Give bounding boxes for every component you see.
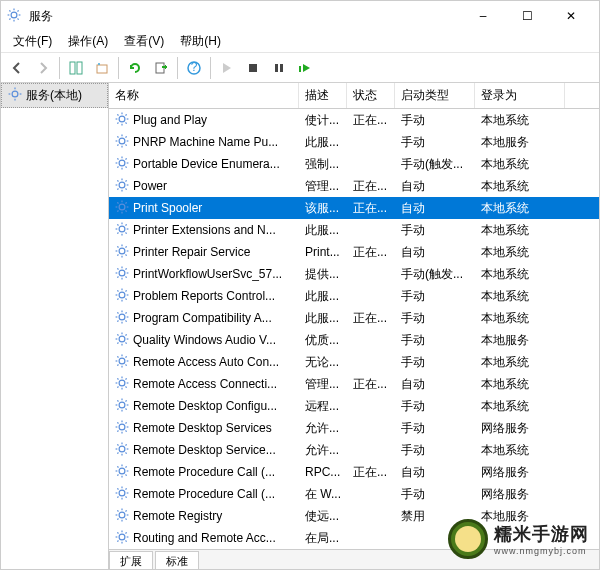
cell-name: Remote Access Connecti... <box>109 376 299 393</box>
svg-line-5 <box>9 10 10 11</box>
tab-extended[interactable]: 扩展 <box>109 551 153 571</box>
svg-line-175 <box>126 474 127 475</box>
toolbar-separator <box>59 57 60 79</box>
cell-desc: 此服... <box>299 134 347 151</box>
cell-logon: 本地系统 <box>475 310 565 327</box>
content-area: 服务(本地) 名称 描述 状态 启动类型 登录为 Plug and Play使计… <box>1 83 599 570</box>
svg-point-34 <box>119 138 125 144</box>
export-button[interactable] <box>90 56 114 80</box>
table-row[interactable]: Program Compatibility A...此服...正在...手动本地… <box>109 307 599 329</box>
svg-line-122 <box>117 342 118 343</box>
header-name[interactable]: 名称 <box>109 83 299 108</box>
table-row[interactable]: Power管理...正在...自动本地系统 <box>109 175 599 197</box>
cell-start: 手动 <box>395 288 475 305</box>
table-row[interactable]: Plug and Play使计...正在...手动本地系统 <box>109 109 599 131</box>
table-row[interactable]: Remote Desktop Services允许...手动网络服务 <box>109 417 599 439</box>
svg-rect-11 <box>97 65 107 73</box>
svg-line-174 <box>117 466 118 467</box>
table-row[interactable]: Printer Extensions and N...此服...手动本地系统 <box>109 219 599 241</box>
stop-service-button[interactable] <box>241 56 265 80</box>
cell-state: 正在... <box>347 112 395 129</box>
menu-help[interactable]: 帮助(H) <box>172 31 229 52</box>
table-row[interactable]: Portable Device Enumera...强制...手动(触发...本… <box>109 153 599 175</box>
grid-body[interactable]: Plug and Play使计...正在...手动本地系统PNRP Machin… <box>109 109 599 549</box>
forward-button[interactable] <box>31 56 55 80</box>
table-row[interactable]: Remote Registry使远...禁用本地服务 <box>109 505 599 527</box>
tree-item-services-local[interactable]: 服务(本地) <box>1 83 108 108</box>
menu-action[interactable]: 操作(A) <box>60 31 116 52</box>
svg-line-167 <box>117 452 118 453</box>
table-row[interactable]: Remote Procedure Call (...在 W...手动网络服务 <box>109 483 599 505</box>
gear-icon <box>115 354 129 371</box>
table-row[interactable]: Remote Procedure Call (...RPC...正在...自动网… <box>109 461 599 483</box>
tab-standard[interactable]: 标准 <box>155 551 199 571</box>
gear-icon <box>115 244 129 261</box>
start-service-button[interactable] <box>215 56 239 80</box>
table-row[interactable]: PNRP Machine Name Pu...此服...手动本地服务 <box>109 131 599 153</box>
show-hide-tree-button[interactable] <box>64 56 88 80</box>
cell-desc: 此服... <box>299 288 347 305</box>
table-row[interactable]: Routing and Remote Acc...在局... <box>109 527 599 549</box>
table-row[interactable]: PrintWorkflowUserSvc_57...提供...手动(触发...本… <box>109 263 599 285</box>
cell-logon: 本地系统 <box>475 178 565 195</box>
header-state[interactable]: 状态 <box>347 83 395 108</box>
svg-point-61 <box>119 204 125 210</box>
header-start[interactable]: 启动类型 <box>395 83 475 108</box>
svg-point-88 <box>119 270 125 276</box>
svg-line-30 <box>117 114 118 115</box>
cell-name: Power <box>109 178 299 195</box>
svg-line-204 <box>126 532 127 533</box>
table-row[interactable]: Remote Desktop Configu...远程...手动本地系统 <box>109 395 599 417</box>
header-logon[interactable]: 登录为 <box>475 83 565 108</box>
table-row[interactable]: Remote Access Auto Con...无论...手动本地系统 <box>109 351 599 373</box>
svg-line-140 <box>117 386 118 387</box>
svg-point-196 <box>119 534 125 540</box>
menu-view[interactable]: 查看(V) <box>116 31 172 52</box>
svg-text:?: ? <box>191 61 198 74</box>
restart-service-button[interactable] <box>293 56 317 80</box>
svg-point-0 <box>11 12 17 18</box>
table-row[interactable]: Print Spooler该服...正在...自动本地系统 <box>109 197 599 219</box>
toolbar-separator <box>177 57 178 79</box>
cell-desc: 允许... <box>299 442 347 459</box>
table-row[interactable]: Printer Repair ServicePrint...正在...自动本地系… <box>109 241 599 263</box>
maximize-button[interactable]: ☐ <box>505 1 549 31</box>
cell-desc: Print... <box>299 245 347 259</box>
table-row[interactable]: Quality Windows Audio V...优质...手动本地服务 <box>109 329 599 351</box>
svg-line-41 <box>117 144 118 145</box>
close-button[interactable]: ✕ <box>549 1 593 31</box>
back-button[interactable] <box>5 56 29 80</box>
svg-point-12 <box>98 63 100 65</box>
help-button[interactable]: ? <box>182 56 206 80</box>
svg-point-106 <box>119 314 125 320</box>
svg-line-86 <box>117 254 118 255</box>
svg-line-69 <box>126 202 127 203</box>
cell-desc: 强制... <box>299 156 347 173</box>
gear-icon <box>115 134 129 151</box>
export-list-button[interactable] <box>149 56 173 80</box>
svg-point-142 <box>119 402 125 408</box>
table-row[interactable]: Remote Desktop Service...允许...手动本地系统 <box>109 439 599 461</box>
table-row[interactable]: Problem Reports Control...此服...手动本地系统 <box>109 285 599 307</box>
svg-line-77 <box>117 232 118 233</box>
cell-state: 正在... <box>347 310 395 327</box>
svg-line-33 <box>126 114 127 115</box>
svg-line-75 <box>117 224 118 225</box>
svg-rect-17 <box>275 64 278 72</box>
svg-point-43 <box>119 160 125 166</box>
svg-line-113 <box>117 320 118 321</box>
svg-point-115 <box>119 336 125 342</box>
svg-rect-9 <box>70 62 75 74</box>
pause-service-button[interactable] <box>267 56 291 80</box>
menu-file[interactable]: 文件(F) <box>5 31 60 52</box>
svg-point-97 <box>119 292 125 298</box>
header-desc[interactable]: 描述 <box>299 83 347 108</box>
svg-line-202 <box>126 540 127 541</box>
minimize-button[interactable]: – <box>461 1 505 31</box>
cell-desc: 远程... <box>299 398 347 415</box>
cell-logon: 网络服务 <box>475 464 565 481</box>
gear-icon <box>115 530 129 547</box>
refresh-button[interactable] <box>123 56 147 80</box>
svg-line-114 <box>126 312 127 313</box>
table-row[interactable]: Remote Access Connecti...管理...正在...自动本地系… <box>109 373 599 395</box>
